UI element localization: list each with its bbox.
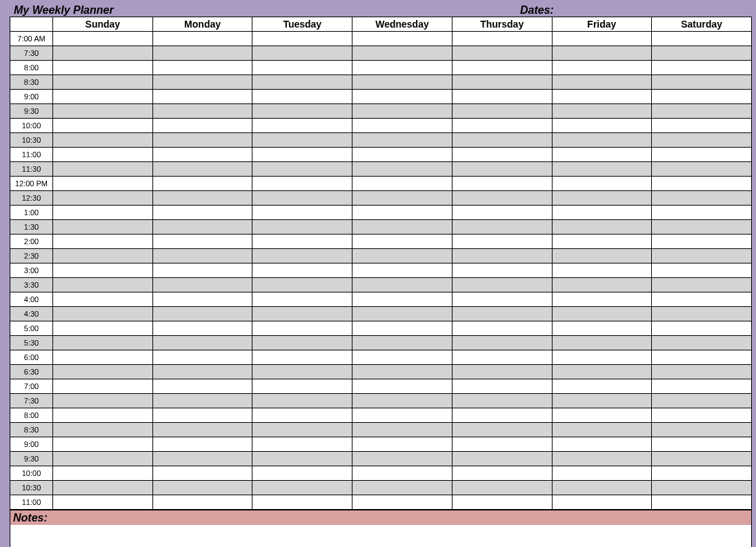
time-slot[interactable] — [53, 46, 153, 61]
time-slot[interactable] — [252, 452, 352, 466]
time-slot[interactable] — [452, 235, 552, 249]
time-slot[interactable] — [352, 206, 452, 220]
time-slot[interactable] — [152, 481, 252, 495]
time-slot[interactable] — [552, 32, 652, 46]
time-slot[interactable] — [252, 336, 352, 350]
time-slot[interactable] — [152, 466, 252, 481]
time-slot[interactable] — [352, 394, 452, 408]
time-slot[interactable] — [252, 162, 352, 177]
time-slot[interactable] — [452, 452, 552, 466]
time-slot[interactable] — [252, 307, 352, 321]
time-slot[interactable] — [352, 90, 452, 104]
time-slot[interactable] — [452, 249, 552, 263]
time-slot[interactable] — [53, 119, 153, 133]
time-slot[interactable] — [652, 46, 752, 61]
time-slot[interactable] — [53, 481, 153, 495]
time-slot[interactable] — [252, 220, 352, 235]
time-slot[interactable] — [252, 408, 352, 423]
time-slot[interactable] — [552, 408, 652, 423]
time-slot[interactable] — [452, 336, 552, 350]
time-slot[interactable] — [152, 321, 252, 336]
time-slot[interactable] — [552, 452, 652, 466]
time-slot[interactable] — [652, 350, 752, 365]
time-slot[interactable] — [552, 235, 652, 249]
time-slot[interactable] — [352, 408, 452, 423]
time-slot[interactable] — [552, 307, 652, 321]
time-slot[interactable] — [452, 206, 552, 220]
time-slot[interactable] — [652, 321, 752, 336]
time-slot[interactable] — [652, 206, 752, 220]
time-slot[interactable] — [53, 206, 153, 220]
time-slot[interactable] — [652, 495, 752, 510]
time-slot[interactable] — [252, 90, 352, 104]
time-slot[interactable] — [352, 365, 452, 379]
time-slot[interactable] — [452, 263, 552, 278]
time-slot[interactable] — [352, 177, 452, 191]
time-slot[interactable] — [252, 365, 352, 379]
time-slot[interactable] — [252, 46, 352, 61]
time-slot[interactable] — [652, 307, 752, 321]
time-slot[interactable] — [352, 292, 452, 307]
time-slot[interactable] — [152, 307, 252, 321]
time-slot[interactable] — [152, 162, 252, 177]
time-slot[interactable] — [552, 206, 652, 220]
time-slot[interactable] — [652, 278, 752, 292]
time-slot[interactable] — [53, 466, 153, 481]
time-slot[interactable] — [53, 220, 153, 235]
time-slot[interactable] — [352, 32, 452, 46]
time-slot[interactable] — [352, 191, 452, 206]
time-slot[interactable] — [53, 32, 153, 46]
time-slot[interactable] — [53, 495, 153, 510]
time-slot[interactable] — [652, 423, 752, 437]
time-slot[interactable] — [652, 437, 752, 452]
time-slot[interactable] — [53, 379, 153, 394]
time-slot[interactable] — [53, 278, 153, 292]
time-slot[interactable] — [53, 90, 153, 104]
time-slot[interactable] — [252, 235, 352, 249]
time-slot[interactable] — [152, 292, 252, 307]
time-slot[interactable] — [352, 162, 452, 177]
time-slot[interactable] — [652, 365, 752, 379]
time-slot[interactable] — [452, 133, 552, 148]
time-slot[interactable] — [652, 133, 752, 148]
time-slot[interactable] — [352, 46, 452, 61]
time-slot[interactable] — [352, 321, 452, 336]
time-slot[interactable] — [452, 466, 552, 481]
time-slot[interactable] — [152, 350, 252, 365]
time-slot[interactable] — [53, 437, 153, 452]
time-slot[interactable] — [552, 437, 652, 452]
time-slot[interactable] — [652, 177, 752, 191]
time-slot[interactable] — [652, 379, 752, 394]
time-slot[interactable] — [53, 75, 153, 90]
time-slot[interactable] — [252, 61, 352, 75]
time-slot[interactable] — [452, 321, 552, 336]
time-slot[interactable] — [152, 32, 252, 46]
time-slot[interactable] — [452, 191, 552, 206]
time-slot[interactable] — [352, 336, 452, 350]
time-slot[interactable] — [252, 466, 352, 481]
time-slot[interactable] — [252, 437, 352, 452]
time-slot[interactable] — [152, 90, 252, 104]
time-slot[interactable] — [452, 292, 552, 307]
time-slot[interactable] — [452, 394, 552, 408]
time-slot[interactable] — [252, 379, 352, 394]
time-slot[interactable] — [152, 104, 252, 119]
time-slot[interactable] — [252, 321, 352, 336]
time-slot[interactable] — [652, 162, 752, 177]
time-slot[interactable] — [652, 452, 752, 466]
time-slot[interactable] — [152, 423, 252, 437]
time-slot[interactable] — [452, 423, 552, 437]
time-slot[interactable] — [53, 350, 153, 365]
time-slot[interactable] — [552, 350, 652, 365]
time-slot[interactable] — [352, 263, 452, 278]
time-slot[interactable] — [252, 249, 352, 263]
time-slot[interactable] — [652, 90, 752, 104]
time-slot[interactable] — [452, 365, 552, 379]
time-slot[interactable] — [152, 206, 252, 220]
time-slot[interactable] — [652, 394, 752, 408]
time-slot[interactable] — [552, 379, 652, 394]
time-slot[interactable] — [552, 191, 652, 206]
time-slot[interactable] — [652, 75, 752, 90]
time-slot[interactable] — [352, 75, 452, 90]
time-slot[interactable] — [152, 249, 252, 263]
